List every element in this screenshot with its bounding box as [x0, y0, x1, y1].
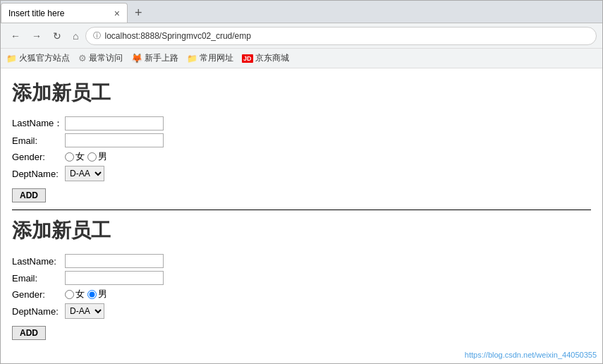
security-icon: ⓘ [93, 30, 101, 41]
gender-row-1: Gender: 女 男 [12, 150, 591, 163]
gender-male-radio-1[interactable] [87, 152, 97, 162]
fox-icon: 🦊 [131, 53, 142, 63]
email-label-2: Email: [12, 273, 65, 284]
section-1: 添加新员工 LastName： Email: Gender: 女 [12, 80, 591, 202]
folder-icon2: 📁 [187, 54, 197, 63]
gender-female-option-1[interactable]: 女 [65, 150, 85, 163]
jd-icon: JD [242, 54, 253, 63]
dept-select-1[interactable]: D-AA D-BB D-CC [65, 166, 104, 181]
add-button-1[interactable]: ADD [12, 188, 46, 202]
gender-male-option-2[interactable]: 男 [87, 288, 107, 301]
gender-row-2: Gender: 女 男 [12, 288, 591, 301]
new-tab-button[interactable]: + [128, 3, 150, 23]
address-bar[interactable]: ⓘ localhost:8888/Springmvc02_crud/emp [85, 27, 597, 45]
bookmark-item-commonurl[interactable]: 📁 常用网址 [187, 52, 233, 64]
dept-select-2[interactable]: D-AA D-BB D-CC [65, 303, 104, 319]
home-button[interactable]: ⌂ [68, 28, 83, 44]
email-row-1: Email: [12, 133, 591, 147]
lastname-row-1: LastName： [12, 116, 591, 131]
gender-male-option-1[interactable]: 男 [87, 150, 107, 163]
browser-window: Insert title here × + ← → ↻ ⌂ ⓘ localhos… [0, 0, 603, 364]
add-button-2[interactable]: ADD [12, 326, 46, 340]
bookmark-label-frequent: 最常访问 [89, 52, 123, 64]
refresh-button[interactable]: ↻ [49, 28, 66, 44]
section-divider [12, 210, 591, 210]
lastname-row-2: LastName: [12, 254, 591, 268]
gender-male-label-2: 男 [98, 288, 107, 301]
url-text: localhost:8888/Springmvc02_crud/emp [104, 31, 250, 41]
gender-female-radio-2[interactable] [65, 290, 74, 299]
bookmark-label-newuser: 新手上路 [145, 52, 178, 64]
page-content: 添加新员工 LastName： Email: Gender: 女 [1, 68, 602, 363]
bookmark-item-foxsite[interactable]: 📁 火狐官方站点 [6, 52, 70, 64]
deptname-label-1: DeptName: [12, 169, 65, 179]
bookmarks-bar: 📁 火狐官方站点 ⚙ 最常访问 🦊 新手上路 📁 常用网址 JD 京东商城 [1, 49, 602, 68]
gender-label-2: Gender: [12, 289, 65, 300]
nav-bar: ← → ↻ ⌂ ⓘ localhost:8888/Springmvc02_cru… [1, 23, 602, 49]
gender-group-1: 女 男 [65, 150, 107, 163]
bookmark-item-frequent[interactable]: ⚙ 最常访问 [78, 52, 123, 64]
active-tab[interactable]: Insert title here × [1, 3, 128, 23]
bookmark-item-jd[interactable]: JD 京东商城 [242, 52, 289, 64]
email-label-1: Email: [12, 135, 65, 146]
gender-label-1: Gender: [12, 152, 65, 162]
tab-close-button[interactable]: × [114, 8, 120, 19]
lastname-input-1[interactable] [65, 116, 164, 131]
email-input-1[interactable] [65, 133, 164, 147]
tab-bar: Insert title here × + [1, 1, 602, 23]
section-2: 添加新员工 LastName: Email: Gender: 女 [12, 217, 591, 340]
email-row-2: Email: [12, 271, 591, 285]
lastname-input-2[interactable] [65, 254, 164, 268]
gender-female-radio-1[interactable] [65, 152, 74, 162]
tab-title: Insert title here [8, 8, 64, 18]
forward-button[interactable]: → [28, 28, 46, 44]
bookmark-item-newuser[interactable]: 🦊 新手上路 [131, 52, 178, 64]
lastname-label-2: LastName: [12, 256, 65, 267]
page-title-1: 添加新员工 [12, 80, 591, 107]
deptname-row-2: DeptName: D-AA D-BB D-CC [12, 303, 591, 319]
deptname-label-2: DeptName: [12, 306, 65, 317]
gender-male-radio-2[interactable] [87, 290, 97, 299]
watermark: https://blog.csdn.net/weixin_44050355 [465, 351, 597, 359]
bookmark-label-jd: 京东商城 [255, 52, 289, 64]
bookmark-label-commonurl: 常用网址 [200, 52, 233, 64]
lastname-label-1: LastName： [12, 117, 65, 130]
back-button[interactable]: ← [6, 28, 25, 44]
page-title-2: 添加新员工 [12, 217, 591, 244]
gender-female-label-2: 女 [75, 288, 85, 301]
gender-female-label-1: 女 [75, 150, 85, 163]
gear-icon: ⚙ [78, 53, 87, 63]
deptname-row-1: DeptName: D-AA D-BB D-CC [12, 166, 591, 181]
gender-group-2: 女 男 [65, 288, 107, 301]
gender-female-option-2[interactable]: 女 [65, 288, 85, 301]
folder-icon: 📁 [6, 54, 17, 63]
gender-male-label-1: 男 [98, 150, 107, 163]
email-input-2[interactable] [65, 271, 164, 285]
bookmark-label-foxsite: 火狐官方站点 [19, 52, 70, 64]
